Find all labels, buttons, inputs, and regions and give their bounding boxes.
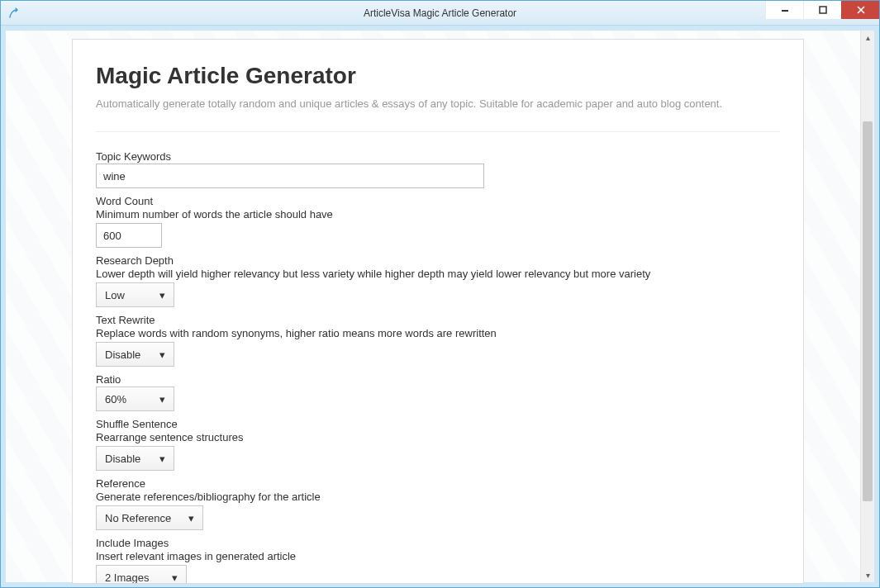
label-shuffle: Shuffle Sentence <box>96 418 780 430</box>
hint-reference: Generate references/bibliography for the… <box>96 491 780 503</box>
field-wordcount: Word Count Minimum number of words the a… <box>96 195 780 248</box>
field-shuffle: Shuffle Sentence Rearrange sentence stru… <box>96 418 780 471</box>
ratio-select[interactable]: 60% ▾ <box>96 386 174 411</box>
minimize-icon <box>781 6 789 14</box>
field-depth: Research Depth Lower depth will yield hi… <box>96 254 780 307</box>
close-icon <box>857 6 865 14</box>
app-window: ArticleVisa Magic Article Generator Magi… <box>0 0 880 588</box>
window-controls <box>765 1 879 19</box>
hint-depth: Lower depth will yield higher relevancy … <box>96 268 780 280</box>
page-title: Magic Article Generator <box>96 63 780 89</box>
minimize-button[interactable] <box>765 1 803 19</box>
ratio-value: 60% <box>105 393 155 405</box>
main-panel: Magic Article Generator Automatically ge… <box>72 39 804 584</box>
chevron-down-icon: ▾ <box>155 349 169 361</box>
depth-value: Low <box>105 289 155 301</box>
reference-select[interactable]: No Reference ▾ <box>96 505 203 530</box>
scroll-up-arrow[interactable]: ▴ <box>861 31 875 45</box>
titlebar[interactable]: ArticleVisa Magic Article Generator <box>1 1 879 26</box>
images-value: 2 Images <box>105 571 168 584</box>
svg-rect-0 <box>782 10 788 12</box>
hint-images: Insert relevant images in generated arti… <box>96 550 780 562</box>
close-button[interactable] <box>841 1 879 19</box>
rewrite-value: Disable <box>105 349 155 361</box>
label-rewrite: Text Rewrite <box>96 314 780 326</box>
hint-rewrite: Replace words with random synonyms, high… <box>96 327 780 339</box>
field-reference: Reference Generate references/bibliograp… <box>96 477 780 530</box>
hint-wordcount: Minimum number of words the article shou… <box>96 208 780 220</box>
field-rewrite: Text Rewrite Replace words with random s… <box>96 314 780 367</box>
divider <box>96 131 780 132</box>
label-topic: Topic Keywords <box>96 150 780 163</box>
topic-input[interactable] <box>96 164 484 188</box>
scroll-down-arrow[interactable]: ▾ <box>861 568 875 582</box>
reference-value: No Reference <box>105 512 184 524</box>
page-subtitle: Automatically generate totally random an… <box>96 97 780 110</box>
shuffle-select[interactable]: Disable ▾ <box>96 446 174 471</box>
maximize-icon <box>819 6 827 14</box>
window-title: ArticleVisa Magic Article Generator <box>1 7 879 19</box>
depth-select[interactable]: Low ▾ <box>96 282 174 307</box>
field-ratio: Ratio 60% ▾ <box>96 373 780 411</box>
chevron-down-icon: ▾ <box>155 289 169 301</box>
images-select[interactable]: 2 Images ▾ <box>96 565 187 584</box>
label-depth: Research Depth <box>96 254 780 267</box>
label-images: Include Images <box>96 537 780 549</box>
field-images: Include Images Insert relevant images in… <box>96 537 780 584</box>
scroll-thumb[interactable] <box>863 121 873 501</box>
app-icon <box>7 7 21 20</box>
client-area: Magic Article Generator Automatically ge… <box>1 26 879 587</box>
label-wordcount: Word Count <box>96 195 780 207</box>
chevron-down-icon: ▾ <box>168 571 181 584</box>
hint-shuffle: Rearrange sentence structures <box>96 431 780 443</box>
vertical-scrollbar[interactable]: ▴ ▾ <box>860 31 874 582</box>
rewrite-select[interactable]: Disable ▾ <box>96 342 174 367</box>
chevron-down-icon: ▾ <box>184 512 197 524</box>
label-ratio: Ratio <box>96 373 780 386</box>
field-topic: Topic Keywords <box>96 150 780 188</box>
wordcount-input[interactable] <box>96 223 162 248</box>
maximize-button[interactable] <box>803 1 841 19</box>
label-reference: Reference <box>96 477 780 490</box>
chevron-down-icon: ▾ <box>155 453 169 465</box>
chevron-down-icon: ▾ <box>155 393 169 405</box>
svg-rect-1 <box>820 7 826 13</box>
shuffle-value: Disable <box>105 453 155 465</box>
